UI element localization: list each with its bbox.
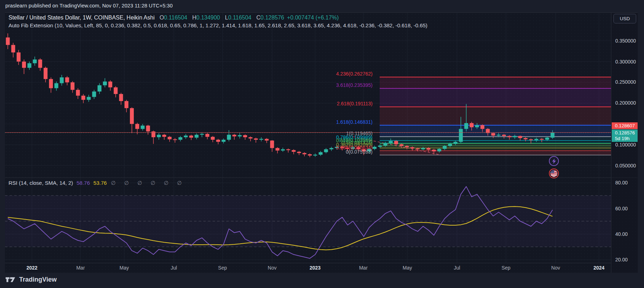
candle-body xyxy=(195,135,199,138)
time-tick-label: Nov xyxy=(268,265,277,271)
fib-band xyxy=(380,137,611,140)
candle-body xyxy=(232,135,236,137)
candle-body xyxy=(11,45,15,52)
rsi-title: RSI (14, close, SMA, 14, 2) xyxy=(9,180,73,186)
candle-body xyxy=(340,147,344,148)
candle-body xyxy=(480,125,484,129)
candle-body xyxy=(470,123,474,127)
fib-band xyxy=(380,140,611,143)
low-label: L xyxy=(225,15,228,21)
candle-body xyxy=(540,139,544,140)
tradingview-published-page: praslearn published on TradingView.com, … xyxy=(0,0,644,288)
time-tick-label: 2023 xyxy=(309,265,320,271)
fib-band xyxy=(380,77,611,88)
candle-body xyxy=(551,133,555,138)
bar-countdown: 5d 19h xyxy=(615,136,638,142)
candle-body xyxy=(281,149,285,151)
tradingview-logo[interactable]: TradingView xyxy=(5,276,57,283)
candle-body xyxy=(200,134,204,135)
us-flag-image xyxy=(550,170,557,177)
candle-body xyxy=(518,136,522,138)
fib-band xyxy=(380,146,611,148)
open-label: O xyxy=(160,15,164,21)
fib-band xyxy=(380,151,611,155)
time-tick-label: Sep xyxy=(218,265,227,271)
candle-body xyxy=(346,148,349,149)
candle-body xyxy=(98,85,101,92)
fib-band xyxy=(380,144,611,146)
change-value: +0.007474 (+6.17%) xyxy=(287,15,339,21)
time-axis[interactable]: 2022MarMayJulSepNov2023MarMayJulSepNov20… xyxy=(5,263,611,273)
rsi-tick-label: 20.00 xyxy=(615,257,628,262)
candle-body xyxy=(330,148,334,149)
candle-body xyxy=(384,143,387,145)
time-tick-label: Mar xyxy=(359,265,368,271)
candle-body xyxy=(545,138,549,140)
footer-bar: TradingView xyxy=(0,272,644,288)
rsi-value: 58.76 xyxy=(77,180,90,186)
chart-container[interactable]: Stellar / United States Dollar, 1W, COIN… xyxy=(5,12,638,273)
time-tick-label: May xyxy=(120,265,129,271)
tradingview-logo-text: TradingView xyxy=(19,276,57,283)
rsi-tick-label: 40.00 xyxy=(615,231,628,237)
candle-body xyxy=(324,149,328,152)
fib-band xyxy=(380,125,611,137)
candle-body xyxy=(405,146,409,148)
candle-body xyxy=(125,101,128,108)
candle-body xyxy=(249,137,253,139)
candle-body xyxy=(475,125,479,127)
candle-body xyxy=(189,135,193,138)
currency-toggle-button[interactable]: USD xyxy=(613,14,636,23)
candle-body xyxy=(184,135,188,137)
time-tick-label: Nov xyxy=(551,265,560,271)
candle-body xyxy=(497,135,501,135)
high-label: H xyxy=(192,15,197,21)
indicator-header: Auto Fib Extension (10, Values, Left, 85… xyxy=(9,22,428,28)
rsi-tick-label: 60.00 xyxy=(615,206,628,211)
symbol-header: Stellar / United States Dollar, 1W, COIN… xyxy=(9,15,339,21)
candle-body xyxy=(303,153,307,154)
candle-body xyxy=(6,38,10,45)
price-tick-label: 0.050000 xyxy=(615,163,636,168)
candle-body xyxy=(265,139,269,141)
candle-body xyxy=(38,60,42,68)
candle-body xyxy=(400,144,403,146)
candle-body xyxy=(367,149,371,151)
candle-body xyxy=(335,147,339,148)
candle-body xyxy=(60,77,64,83)
price-tick-label: 0.300000 xyxy=(615,59,636,65)
candle-body xyxy=(211,137,215,140)
candle-body xyxy=(459,129,463,142)
candle-body xyxy=(524,138,528,139)
candle-body xyxy=(178,137,182,140)
price-tick-label: 0.350000 xyxy=(615,38,636,44)
candle-body xyxy=(292,150,296,152)
time-tick-label: Jul xyxy=(454,265,460,271)
candle-body xyxy=(152,131,155,137)
time-tick-label: 2024 xyxy=(593,265,604,271)
candle-body xyxy=(114,87,118,94)
lightning-idea-icon[interactable] xyxy=(549,156,559,166)
candle-body xyxy=(254,138,258,140)
candle-body xyxy=(507,136,511,137)
candle-body xyxy=(157,135,161,137)
us-flag-icon[interactable] xyxy=(549,168,559,178)
candle-body xyxy=(421,148,425,149)
candle-body xyxy=(394,141,398,144)
candle-body xyxy=(534,139,538,140)
high-value: 0.134900 xyxy=(196,15,220,21)
candle-body xyxy=(378,145,382,147)
candle-body xyxy=(54,83,58,88)
price-axis[interactable]: USD 0.3500000.3000000.2500000.2000000.10… xyxy=(611,13,638,273)
candle-body xyxy=(44,68,48,79)
time-tick-label: May xyxy=(403,265,412,271)
candle-body xyxy=(243,135,247,137)
tradingview-logo-icon xyxy=(5,276,16,283)
published-banner: praslearn published on TradingView.com, … xyxy=(5,3,173,9)
chart-plot[interactable] xyxy=(5,13,638,273)
candle-body xyxy=(27,63,31,68)
candle-body xyxy=(502,135,506,136)
close-value: 0.128576 xyxy=(260,15,284,21)
candle-body xyxy=(227,135,231,140)
time-tick-label: Sep xyxy=(502,265,511,271)
